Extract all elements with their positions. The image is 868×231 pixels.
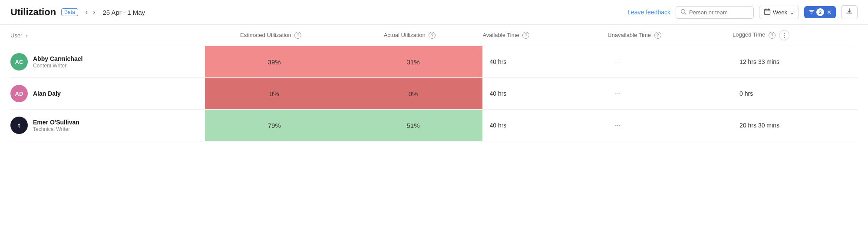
table-row: t Emer O'Sullivan Technical Writer 79% 5… bbox=[10, 110, 858, 141]
unavail-time-cell-alan: --- bbox=[607, 78, 733, 110]
prev-date-button[interactable]: ‹ bbox=[83, 7, 90, 17]
search-box[interactable] bbox=[676, 6, 754, 19]
actual-util-cell-emer: 51% bbox=[344, 110, 483, 141]
est-util-cell-alan: 0% bbox=[205, 78, 344, 110]
date-range: 25 Apr - 1 May bbox=[102, 9, 145, 16]
unavail-time-cell-emer: --- bbox=[607, 110, 733, 141]
page-title: Utilization bbox=[10, 7, 56, 18]
page-header: Utilization Beta ‹ › 25 Apr - 1 May Leav… bbox=[0, 0, 868, 25]
unavail-time-help-icon[interactable]: ? bbox=[654, 32, 661, 39]
download-icon bbox=[846, 9, 853, 16]
filter-count: 2 bbox=[816, 8, 824, 16]
logged-time-cell-alan: 0 hrs bbox=[733, 78, 858, 110]
actual-util-value-alan: 0% bbox=[409, 90, 418, 97]
main-table-container: User ↑ Estimated Utilization ? Actual Ut… bbox=[0, 25, 868, 141]
filter-icon bbox=[809, 9, 815, 16]
avatar-emer: t bbox=[10, 117, 28, 134]
filter-button[interactable]: 2 ✕ bbox=[804, 6, 836, 18]
avatar-abby: AC bbox=[10, 53, 28, 70]
actual-util-cell-alan: 0% bbox=[344, 78, 483, 110]
col-header-avail-time: Available Time ? bbox=[482, 25, 607, 46]
col-actual-util-label: Actual Utilization bbox=[384, 32, 426, 38]
logged-time-cell-emer: 20 hrs 30 mins bbox=[733, 110, 858, 141]
est-util-value-alan: 0% bbox=[270, 90, 279, 97]
logged-time-cell-abby: 12 hrs 33 mins bbox=[733, 46, 858, 78]
col-user-label: User bbox=[10, 32, 22, 39]
filter-close-icon[interactable]: ✕ bbox=[827, 9, 832, 16]
logged-time-help-icon[interactable]: ? bbox=[769, 32, 776, 39]
search-input[interactable] bbox=[689, 9, 746, 16]
leave-feedback-link[interactable]: Leave feedback bbox=[627, 9, 670, 16]
user-name-emer: Emer O'Sullivan bbox=[33, 119, 79, 126]
est-util-cell-abby: 39% bbox=[205, 46, 344, 78]
actual-util-cell-abby: 31% bbox=[344, 46, 483, 78]
beta-badge: Beta bbox=[61, 8, 78, 16]
avail-time-help-icon[interactable]: ? bbox=[522, 32, 529, 39]
table-row: AC Abby Carmichael Content Writer 39% 31… bbox=[10, 46, 858, 78]
avail-time-cell-alan: 40 hrs bbox=[482, 78, 607, 110]
est-util-cell-emer: 79% bbox=[205, 110, 344, 141]
est-util-value-abby: 39% bbox=[268, 58, 281, 66]
user-role-emer: Technical Writer bbox=[33, 126, 79, 132]
avail-time-cell-emer: 40 hrs bbox=[482, 110, 607, 141]
download-button[interactable] bbox=[841, 5, 858, 19]
unavail-time-cell-abby: --- bbox=[607, 46, 733, 78]
est-util-help-icon[interactable]: ? bbox=[294, 32, 301, 39]
calendar-icon bbox=[764, 8, 771, 17]
avail-time-cell-abby: 40 hrs bbox=[482, 46, 607, 78]
actual-util-value-emer: 51% bbox=[406, 122, 419, 129]
col-unavail-time-label: Unavailable Time bbox=[607, 32, 651, 38]
user-cell-alan: AD Alan Daly bbox=[10, 78, 205, 110]
actual-util-help-icon[interactable]: ? bbox=[429, 32, 436, 39]
col-logged-time-label: Logged Time bbox=[733, 31, 765, 38]
user-name-alan: Alan Daly bbox=[33, 90, 61, 97]
chevron-down-icon: ⌄ bbox=[789, 9, 794, 16]
avatar-alan: AD bbox=[10, 85, 28, 102]
week-selector-button[interactable]: Week ⌄ bbox=[759, 6, 799, 19]
user-cell-emer: t Emer O'Sullivan Technical Writer bbox=[10, 110, 205, 141]
date-navigation: ‹ › bbox=[83, 7, 98, 17]
user-role-abby: Content Writer bbox=[33, 63, 83, 69]
table-row: AD Alan Daly 0% 0% 40 hrs --- 0 hrs bbox=[10, 78, 858, 110]
search-icon bbox=[680, 9, 686, 16]
col-avail-time-label: Available Time bbox=[482, 32, 519, 38]
col-header-logged-time: Logged Time ? ⋮ bbox=[733, 25, 858, 46]
actual-util-value-abby: 31% bbox=[406, 58, 419, 66]
col-header-actual-util: Actual Utilization ? bbox=[344, 25, 483, 46]
col-est-util-label: Estimated Utilization bbox=[240, 32, 291, 38]
user-name-abby: Abby Carmichael bbox=[33, 55, 83, 62]
logged-time-more-icon[interactable]: ⋮ bbox=[779, 30, 789, 40]
sort-icon[interactable]: ↑ bbox=[26, 33, 28, 38]
utilization-table: User ↑ Estimated Utilization ? Actual Ut… bbox=[10, 25, 858, 141]
col-header-unavail-time: Unavailable Time ? bbox=[607, 25, 733, 46]
est-util-value-emer: 79% bbox=[268, 122, 281, 129]
svg-rect-2 bbox=[765, 9, 770, 14]
week-label: Week bbox=[773, 9, 787, 16]
svg-line-1 bbox=[685, 13, 686, 14]
col-header-est-util: Estimated Utilization ? bbox=[205, 25, 344, 46]
col-header-user: User ↑ bbox=[10, 25, 205, 46]
next-date-button[interactable]: › bbox=[91, 7, 97, 17]
user-cell-abby: AC Abby Carmichael Content Writer bbox=[10, 46, 205, 78]
